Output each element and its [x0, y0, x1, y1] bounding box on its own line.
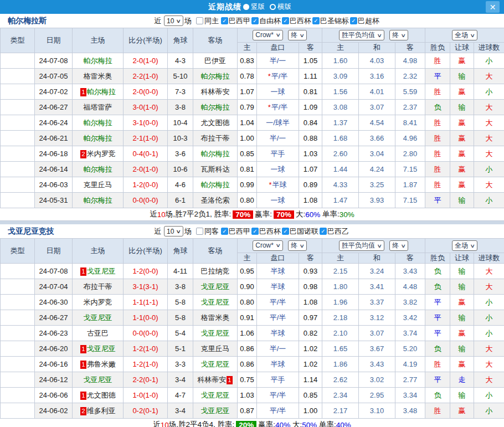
- chevron-down-icon: ∨: [470, 33, 476, 38]
- summary-text: 40%: [336, 421, 351, 427]
- team-name: 帕尔梅拉斯: [0, 16, 154, 26]
- result-cell: 负: [425, 100, 450, 115]
- matches-table: 类型 日期 主场 比分(半场) 角球 客场 Crow*∨ 终∨ 胜平负均值∨ 终…: [0, 238, 504, 419]
- avg-type-select[interactable]: 胜平负均值∨: [339, 240, 384, 251]
- away-odds-cell: 1.08: [299, 295, 322, 310]
- league-filter[interactable]: 巴圣锦标: [311, 16, 349, 26]
- result-cell: 胜: [425, 146, 450, 162]
- bookmaker-select[interactable]: Crow*∨: [253, 30, 282, 40]
- result-cell: 负: [425, 279, 450, 295]
- team-name-text: 瓦斯科达: [201, 165, 230, 173]
- away-odds-cell: 1.05: [299, 53, 322, 69]
- same-venue-checkbox[interactable]: [196, 228, 203, 235]
- radio-vertical-icon[interactable]: [243, 4, 249, 10]
- checkbox-checked-icon[interactable]: [312, 17, 320, 24]
- final-odds-select[interactable]: 终∨: [288, 30, 307, 40]
- avg-home-cell: 2.17: [322, 403, 359, 419]
- bookmaker-select[interactable]: Crow*∨: [253, 240, 282, 251]
- avg-home-cell: 3.09: [322, 69, 359, 84]
- goals-result-cell: 小: [474, 84, 504, 100]
- date-cell: 24-06-12: [35, 372, 73, 388]
- avg-type-select[interactable]: 胜平负均值∨: [339, 30, 384, 40]
- handicap-cell: 一球: [257, 84, 299, 100]
- goals-result-cell: 大: [474, 69, 504, 84]
- checkbox-checked-icon[interactable]: [221, 228, 228, 235]
- checkbox-checked-icon[interactable]: [282, 228, 289, 235]
- checkbox-checked-icon[interactable]: [320, 228, 327, 235]
- scope-select[interactable]: 全场∨: [452, 240, 477, 251]
- home-odds-cell: 0.95: [238, 264, 257, 279]
- avg-away-cell: 8.41: [395, 115, 425, 131]
- away-odds-cell: 0.82: [299, 326, 322, 341]
- goals-result-cell: 大: [474, 279, 504, 295]
- league-filter-label: 巴西杯: [259, 227, 281, 236]
- checkbox-checked-icon[interactable]: [251, 17, 259, 24]
- checkbox-checked-icon[interactable]: [282, 17, 289, 24]
- team-name-text: 戈亚尼亚: [201, 329, 230, 337]
- handicap-result-cell: 走: [450, 372, 474, 388]
- checkbox-checked-icon[interactable]: [221, 17, 228, 24]
- filter-row: 戈亚尼亚竞技 近 10∨ 场 同客 巴西甲巴西杯巴国诺联巴西乙: [0, 224, 504, 238]
- final-avg-select[interactable]: 终∨: [389, 240, 408, 251]
- avg-draw-cell: 3.02: [359, 372, 395, 388]
- match-row: 巴西甲24-06-022维多利亚0-2(0-1)3-4戈亚尼亚0.87平/半1.…: [1, 403, 504, 419]
- rate-badge: 20%: [236, 421, 256, 427]
- checkbox-checked-icon[interactable]: [251, 228, 259, 235]
- league-filter-label: 巴西乙: [327, 227, 349, 236]
- result-cell: 负: [425, 264, 450, 279]
- handicap-cell: 半/一: [257, 131, 299, 146]
- radio-horizontal-icon[interactable]: [270, 4, 276, 10]
- avg-draw-cell: 3.12: [359, 310, 395, 326]
- league-type-cell: 巴西甲: [1, 100, 35, 115]
- result-cell: 平: [425, 372, 450, 388]
- avg-away-cell: 3.82: [395, 295, 425, 310]
- col-cover: 让球: [450, 43, 474, 53]
- col-away: 客场: [193, 239, 238, 264]
- league-filter[interactable]: 巴西甲: [220, 227, 250, 236]
- avg-away-cell: 2.80: [395, 146, 425, 162]
- match-count-select[interactable]: 10∨: [164, 226, 183, 236]
- league-filter[interactable]: 巴超杯: [349, 16, 379, 26]
- league-filter[interactable]: 巴国诺联: [281, 227, 318, 236]
- col-handicap: 盘口: [257, 43, 299, 53]
- checkbox-checked-icon[interactable]: [350, 17, 357, 24]
- league-filter[interactable]: 巴西乙: [318, 227, 349, 236]
- same-venue-checkbox[interactable]: [196, 17, 203, 24]
- date-cell: 24-06-16: [35, 357, 73, 372]
- away-odds-cell: 1.00: [299, 403, 322, 419]
- final-odds-select[interactable]: 终∨: [288, 240, 307, 251]
- league-type-cell: 巴西甲: [1, 279, 35, 295]
- league-filter[interactable]: 巴西甲: [220, 16, 250, 26]
- home-team-cell: 1戈亚尼亚: [73, 264, 124, 279]
- away-team-cell: 尤文图德: [193, 115, 238, 131]
- result-cell: 负: [425, 341, 450, 357]
- avg-home-cell: 1.65: [322, 341, 359, 357]
- avg-home-cell: 4.33: [322, 177, 359, 193]
- league-type-cell: 巴西甲: [1, 162, 35, 177]
- away-team-cell: 巴拉纳竞: [193, 264, 238, 279]
- home-odds-cell: 0.91: [238, 310, 257, 326]
- goals-result-cell: 大: [474, 357, 504, 372]
- handicap-result-cell: 赢: [450, 115, 474, 131]
- match-count-select[interactable]: 10∨: [164, 16, 183, 26]
- avg-home-cell: 2.18: [322, 310, 359, 326]
- handicap-cell: *平/半: [257, 69, 299, 84]
- league-filter[interactable]: 自由杯: [250, 16, 281, 26]
- home-team-cell: 帕尔梅拉: [73, 193, 124, 208]
- team-name-text: 格雷米奥: [84, 72, 112, 80]
- match-row: 巴西甲24-07-05格雷米奥2-2(1-0)5-10帕尔梅拉0.78*平/半1…: [1, 69, 504, 84]
- avg-away-cell: 5.20: [395, 341, 425, 357]
- away-odds-cell: 0.81: [299, 84, 322, 100]
- league-filter[interactable]: 巴西杯: [281, 16, 311, 26]
- avg-draw-cell: 4.03: [359, 53, 395, 69]
- col-avg-home: 主: [322, 253, 359, 264]
- scope-select[interactable]: 全场∨: [452, 30, 477, 40]
- scope-value: 全场: [455, 241, 468, 250]
- score-cell: 3-1(3-1): [124, 279, 168, 295]
- home-team-cell: 克里丘马: [73, 177, 124, 193]
- close-button[interactable]: ✕: [486, 1, 500, 13]
- result-cell: 胜: [425, 357, 450, 372]
- league-filter[interactable]: 巴西杯: [250, 227, 281, 236]
- final-avg-select[interactable]: 终∨: [389, 30, 408, 40]
- handicap-cell: 一球: [257, 193, 299, 208]
